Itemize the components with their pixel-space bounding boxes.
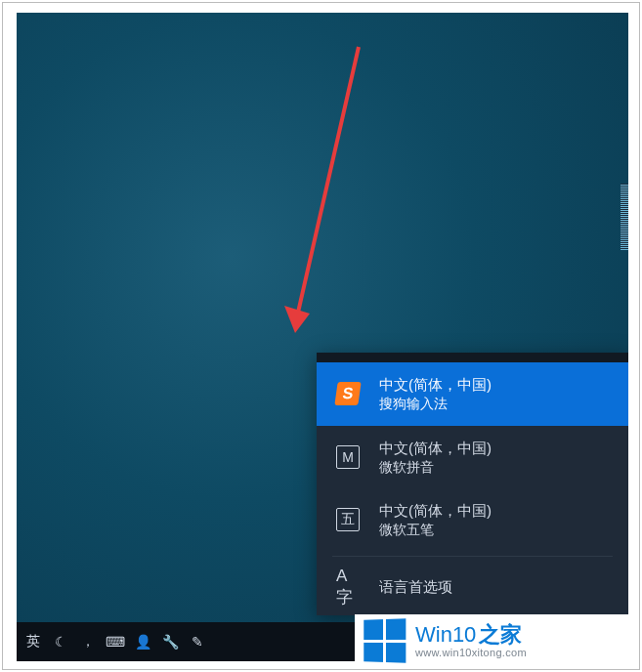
ime-menu-separator — [332, 556, 613, 557]
ime-item-ms-wubi[interactable]: 五 中文(简体，中国) 微软五笔 — [317, 488, 628, 552]
watermark-url: www.win10xitong.com — [415, 647, 527, 658]
desktop-area: S 中文(简体，中国) 搜狗输入法 M 中文(简体，中国) 微软拼音 五 — [17, 13, 628, 622]
windows-logo-icon — [364, 618, 406, 663]
taskbar-lang-indicator[interactable]: 英 — [24, 633, 42, 651]
punctuation-icon[interactable]: ， — [79, 633, 97, 651]
ime-prefs-label: 语言首选项 — [379, 578, 452, 597]
ime-sub: 微软五笔 — [379, 521, 492, 540]
svg-marker-1 — [284, 306, 310, 333]
sogou-icon: S — [334, 380, 362, 407]
ime-item-ms-pinyin[interactable]: M 中文(简体，中国) 微软拼音 — [317, 426, 628, 489]
watermark: Win10之家 www.win10xitong.com — [355, 614, 638, 667]
ime-menu-header — [317, 353, 628, 362]
right-edge-widget — [621, 184, 628, 250]
svg-line-0 — [295, 47, 359, 325]
pen-icon[interactable]: ✎ — [189, 633, 206, 651]
watermark-title: Win10之家 — [415, 623, 527, 647]
ime-title: 中文(简体，中国) — [379, 374, 492, 395]
ime-sub: 搜狗输入法 — [379, 395, 492, 414]
ime-switcher-menu: S 中文(简体，中国) 搜狗输入法 M 中文(简体，中国) 微软拼音 五 — [317, 353, 628, 615]
ime-title: 中文(简体，中国) — [379, 500, 492, 521]
moon-icon[interactable]: ☾ — [52, 633, 69, 651]
ms-pinyin-icon: M — [334, 443, 362, 471]
annotation-arrow — [280, 42, 378, 345]
person-icon[interactable]: 👤 — [134, 633, 151, 651]
keyboard-icon[interactable]: ⌨ — [107, 633, 124, 651]
ime-title: 中文(简体，中国) — [379, 438, 492, 458]
ms-wubi-icon: 五 — [334, 506, 362, 533]
wrench-icon[interactable]: 🔧 — [161, 633, 179, 651]
ime-item-sogou[interactable]: S 中文(简体，中国) 搜狗输入法 — [317, 362, 628, 426]
ime-sub: 微软拼音 — [379, 458, 492, 478]
screenshot-frame: S 中文(简体，中国) 搜狗输入法 M 中文(简体，中国) 微软拼音 五 — [2, 2, 640, 670]
language-prefs-icon: A字 — [334, 574, 362, 602]
ime-language-preferences[interactable]: A字 语言首选项 — [317, 561, 628, 615]
